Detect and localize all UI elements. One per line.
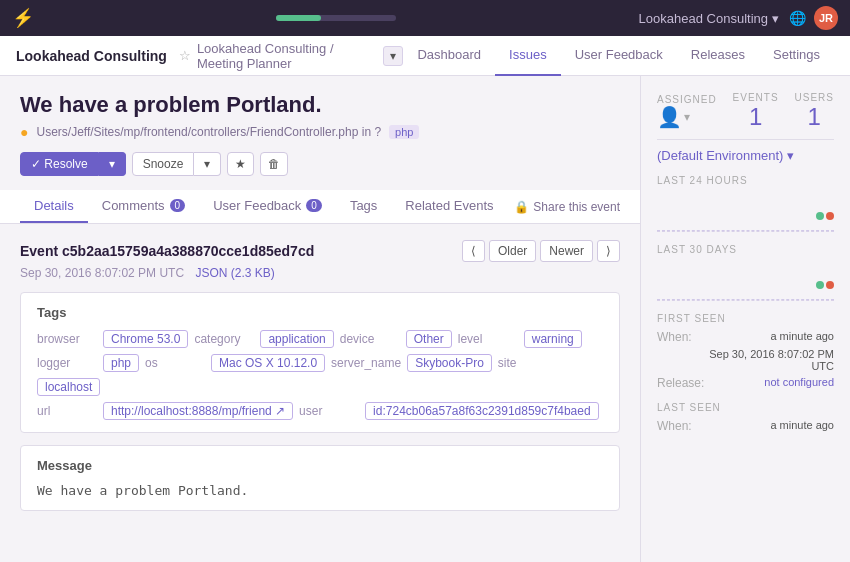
- tab-settings[interactable]: Settings: [759, 36, 834, 76]
- last-seen-when: When: a minute ago: [657, 419, 834, 433]
- language-badge: php: [389, 125, 419, 139]
- tag-value-server[interactable]: Skybook-Pro: [407, 354, 492, 372]
- org-name-top: Lookahead Consulting: [639, 11, 768, 26]
- tag-row-2: logger php os Mac OS X 10.12.0 server_na…: [37, 354, 603, 396]
- tab-releases[interactable]: Releases: [677, 36, 759, 76]
- tag-value-site[interactable]: localhost: [37, 378, 100, 396]
- tag-key-category: category: [194, 332, 254, 346]
- tab-user-feedback-detail[interactable]: User Feedback 0: [199, 190, 336, 223]
- last24-chart: [657, 192, 834, 232]
- globe-icon[interactable]: 🌐: [789, 10, 806, 26]
- breadcrumb: ☆ Lookahead Consulting / Meeting Planner…: [179, 41, 404, 71]
- chevron-down-icon: ▾: [772, 11, 779, 26]
- last30-chart: [657, 261, 834, 301]
- comments-badge: 0: [170, 199, 186, 212]
- tag-value-user[interactable]: id:724cb06a57a8f63c2391d859c7f4baed: [365, 402, 599, 420]
- chevron-assigned[interactable]: ▾: [684, 110, 690, 124]
- tags-section: Tags browser Chrome 53.0 category applic…: [20, 292, 620, 433]
- avatar[interactable]: JR: [814, 6, 838, 30]
- tags-grid: browser Chrome 53.0 category application…: [37, 330, 603, 420]
- event-section: Event c5b2aa15759a4a388870cce1d85ed7cd ⟨…: [20, 240, 620, 511]
- status-dot: ●: [20, 124, 28, 140]
- message-section: Message We have a problem Portland.: [20, 445, 620, 511]
- first-event-button[interactable]: ⟨: [462, 240, 485, 262]
- dot-green: [816, 212, 824, 220]
- star-button[interactable]: ★: [227, 152, 254, 176]
- tag-value-browser[interactable]: Chrome 53.0: [103, 330, 188, 348]
- lock-icon: 🔒: [514, 200, 529, 214]
- tag-key-level: level: [458, 332, 518, 346]
- trash-button[interactable]: 🗑: [260, 152, 288, 176]
- tag-value-category[interactable]: application: [260, 330, 333, 348]
- tag-value-logger[interactable]: php: [103, 354, 139, 372]
- tab-dashboard[interactable]: Dashboard: [403, 36, 495, 76]
- event-id: Event c5b2aa15759a4a388870cce1d85ed7cd: [20, 243, 314, 259]
- tag-row-3: url http://localhost:8888/mp/friend ↗ us…: [37, 402, 603, 420]
- event-nav: ⟨ Older Newer ⟩: [462, 240, 620, 262]
- resolve-button[interactable]: ✓ Resolve: [20, 152, 99, 176]
- tag-key-device: device: [340, 332, 400, 346]
- when-label-2: When:: [657, 419, 692, 433]
- tag-value-os[interactable]: Mac OS X 10.12.0: [211, 354, 325, 372]
- progress-track: [276, 15, 396, 21]
- share-container: 🔒 Share this event: [514, 190, 620, 223]
- dot-red-30: [826, 281, 834, 289]
- star-icon[interactable]: ☆: [179, 48, 191, 63]
- tags-title: Tags: [37, 305, 603, 320]
- message-title: Message: [37, 458, 603, 473]
- users-count: 1: [795, 103, 834, 131]
- org-name: Lookahead Consulting: [16, 48, 167, 64]
- breadcrumb-select[interactable]: ▾: [383, 46, 403, 66]
- tag-key-url: url: [37, 404, 97, 418]
- last-seen-label: LAST SEEN: [657, 402, 834, 413]
- main-content: We have a problem Portland. ● Users/Jeff…: [0, 76, 850, 562]
- dot-red: [826, 212, 834, 220]
- assigned-label: ASSIGNED: [657, 94, 717, 105]
- dot-green-30: [816, 281, 824, 289]
- snooze-group: Snooze ▾: [132, 152, 222, 176]
- action-bar: ✓ Resolve ▾ Snooze ▾ ★ 🗑: [20, 152, 620, 176]
- user-feedback-badge: 0: [306, 199, 322, 212]
- progress-fill: [276, 15, 321, 21]
- org-selector[interactable]: Lookahead Consulting ▾: [639, 11, 779, 26]
- environment-selector[interactable]: (Default Environment) ▾: [657, 148, 834, 163]
- tag-key-logger: logger: [37, 356, 97, 370]
- when-label-1: When:: [657, 330, 692, 344]
- issue-path-text: Users/Jeff/Sites/mp/frontend/controllers…: [36, 125, 381, 139]
- first-when-relative: a minute ago: [770, 330, 834, 342]
- detail-tabs: Details Comments 0 User Feedback 0 Tags …: [0, 190, 640, 224]
- tag-value-device[interactable]: Other: [406, 330, 452, 348]
- json-link[interactable]: JSON (2.3 KB): [195, 266, 274, 280]
- top-icons: 🌐 JR: [789, 6, 838, 30]
- tag-key-server: server_name: [331, 356, 401, 370]
- tab-related-events[interactable]: Related Events: [391, 190, 507, 223]
- logo-icon: ⚡: [12, 7, 34, 29]
- resolve-chevron-button[interactable]: ▾: [99, 152, 126, 176]
- first-when-date: Sep 30, 2016 8:07:02 PM UTC: [704, 348, 834, 372]
- chart-dots-24: [816, 212, 834, 220]
- resolve-group: ✓ Resolve ▾: [20, 152, 126, 176]
- breadcrumb-path: Lookahead Consulting / Meeting Planner: [197, 41, 378, 71]
- snooze-button[interactable]: Snooze: [132, 152, 195, 176]
- release-label: Release:: [657, 376, 704, 390]
- tab-comments[interactable]: Comments 0: [88, 190, 199, 223]
- last-event-button[interactable]: ⟩: [597, 240, 620, 262]
- progress-container: [44, 15, 629, 21]
- tab-details[interactable]: Details: [20, 190, 88, 223]
- tag-value-url[interactable]: http://localhost:8888/mp/friend ↗: [103, 402, 293, 420]
- snooze-chevron-button[interactable]: ▾: [194, 152, 221, 176]
- tag-key-site: site: [498, 356, 558, 370]
- newer-event-button[interactable]: Newer: [540, 240, 593, 262]
- users-label: USERS: [795, 92, 834, 103]
- tag-value-level[interactable]: warning: [524, 330, 582, 348]
- event-header: Event c5b2aa15759a4a388870cce1d85ed7cd ⟨…: [20, 240, 620, 262]
- event-date: Sep 30, 2016 8:07:02 PM UTC JSON (2.3 KB…: [20, 266, 620, 280]
- events-label: EVENTS: [733, 92, 779, 103]
- tab-issues[interactable]: Issues: [495, 36, 561, 76]
- tab-user-feedback[interactable]: User Feedback: [561, 36, 677, 76]
- last-when-relative: a minute ago: [770, 419, 834, 431]
- content-area: We have a problem Portland. ● Users/Jeff…: [0, 76, 640, 562]
- older-event-button[interactable]: Older: [489, 240, 536, 262]
- tab-tags[interactable]: Tags: [336, 190, 391, 223]
- share-event-button[interactable]: 🔒 Share this event: [514, 200, 620, 214]
